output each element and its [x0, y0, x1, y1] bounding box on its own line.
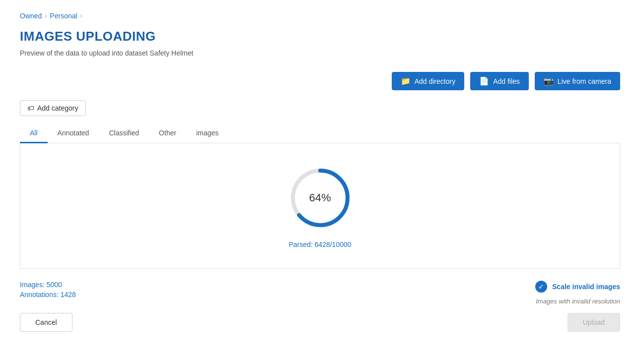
- stats-section: Images: 5000 Annotations: 1428: [20, 281, 76, 299]
- tab-images[interactable]: images: [186, 124, 228, 143]
- tab-annotated[interactable]: Annotated: [48, 124, 99, 143]
- tabs-row: All Annotated Classified Other images: [20, 124, 620, 143]
- progress-circle: 64%: [285, 163, 355, 233]
- upload-button: Upload: [568, 313, 620, 332]
- tag-icon: 🏷: [27, 104, 34, 112]
- tab-other[interactable]: Other: [149, 124, 186, 143]
- add-category-button[interactable]: 🏷 Add category: [20, 100, 86, 116]
- page-title: IMAGES UPLOADING: [20, 29, 620, 44]
- folder-icon: 📁: [401, 76, 411, 86]
- images-stat: Images: 5000: [20, 281, 76, 289]
- add-directory-button[interactable]: 📁 Add directory: [392, 72, 464, 90]
- scale-check-icon[interactable]: ✓: [535, 281, 547, 293]
- annotations-stat: Annotations: 1428: [20, 291, 76, 299]
- breadcrumb-personal[interactable]: Personal: [50, 12, 77, 20]
- tab-classified[interactable]: Classified: [99, 124, 149, 143]
- breadcrumb: Owned › Personal ›: [20, 12, 620, 20]
- action-buttons-row: Cancel Upload: [20, 313, 620, 332]
- scale-toggle-row: ✓ Scale invalid images: [535, 281, 620, 293]
- toolbar: 📁 Add directory 📄 Add files 📷 Live from …: [20, 72, 620, 90]
- tab-all[interactable]: All: [20, 124, 48, 143]
- camera-icon: 📷: [544, 76, 554, 86]
- add-files-button[interactable]: 📄 Add files: [470, 72, 529, 90]
- breadcrumb-owned[interactable]: Owned: [20, 12, 42, 20]
- parsed-text: Parsed: 6428/10000: [288, 241, 351, 248]
- progress-container: 64% Parsed: 6428/10000: [285, 163, 355, 248]
- breadcrumb-sep-1: ›: [45, 12, 47, 19]
- live-camera-button[interactable]: 📷 Live from camera: [535, 72, 620, 90]
- invalid-note: Images with invalid resolution: [536, 298, 620, 305]
- scale-label[interactable]: Scale invalid images: [552, 283, 620, 291]
- progress-percent-label: 64%: [309, 191, 331, 204]
- bottom-row: Images: 5000 Annotations: 1428 ✓ Scale i…: [20, 281, 620, 305]
- page-subtitle: Preview of the data to upload into datas…: [20, 49, 620, 57]
- file-icon: 📄: [479, 76, 489, 86]
- content-panel: 64% Parsed: 6428/10000: [20, 143, 620, 269]
- scale-section: ✓ Scale invalid images Images with inval…: [535, 281, 620, 305]
- breadcrumb-sep-2: ›: [80, 12, 82, 19]
- cancel-button[interactable]: Cancel: [20, 313, 72, 332]
